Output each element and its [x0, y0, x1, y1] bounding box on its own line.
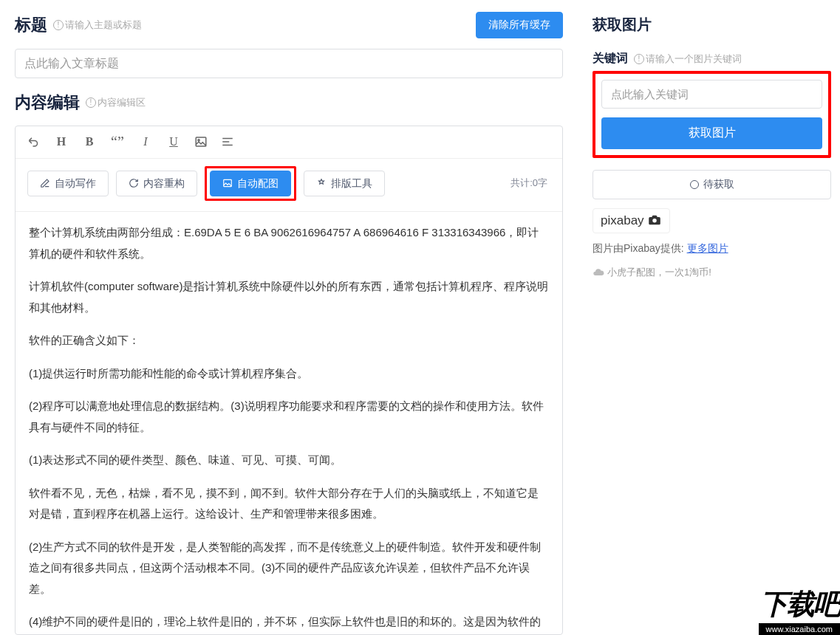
keyword-input[interactable] — [601, 80, 822, 109]
clear-cache-button[interactable]: 清除所有缓存 — [476, 12, 563, 38]
formatting-toolbar: H B “” I U — [16, 126, 562, 159]
highlight-keyword-box: 获取图片 — [593, 71, 831, 158]
layout-tool-button[interactable]: 排版工具 — [304, 171, 385, 197]
keyword-label: 关键词 ! 请输入一个图片关键词 — [593, 51, 831, 66]
action-toolbar: 自动写作 内容重构 自动配图 — [16, 159, 562, 213]
info-icon: ! — [53, 20, 64, 30]
editor-container: H B “” I U 自动写作 — [15, 126, 563, 635]
paragraph: (1)提供运行时所需功能和性能的命令或计算机程序集合。 — [29, 363, 549, 385]
sidebar-column: 获取图片 关键词 ! 请输入一个图片关键词 获取图片 待获取 pixabay — [578, 0, 840, 635]
pencil-icon — [40, 178, 50, 188]
info-icon: ! — [86, 97, 96, 108]
refresh-icon — [129, 178, 139, 188]
get-image-button[interactable]: 获取图片 — [601, 117, 822, 149]
keyword-hint: ! 请输入一个图片关键词 — [634, 52, 742, 66]
italic-icon[interactable]: I — [138, 135, 153, 148]
cloud-icon — [593, 267, 604, 278]
paragraph: 软件看不见，无色，枯燥，看不见，摸不到，闻不到。软件大部分存在于人们的头脑或纸上… — [29, 483, 549, 525]
paragraph: 整个计算机系统由两部分组成：E.69DA 5 E 6 BA 9062616964… — [29, 222, 549, 264]
paragraph: 软件的正确含义如下： — [29, 330, 549, 351]
paragraph: (2)程序可以满意地处理信息的数据结构。(3)说明程序功能要求和程序需要的文档的… — [29, 396, 549, 438]
pixabay-card: pixabay — [593, 208, 670, 233]
tip-line: 小虎子配图，一次1淘币! — [593, 266, 831, 279]
paragraph: 计算机软件(computer software)是指计算机系统中除硬件以外的所有… — [29, 276, 549, 318]
word-count: 共计:0字 — [511, 176, 550, 190]
tool-icon — [316, 178, 327, 188]
title-hint: ! 请输入主题或标题 — [53, 18, 142, 32]
align-icon[interactable] — [221, 135, 234, 148]
undo-icon[interactable] — [27, 135, 41, 148]
auto-image-button[interactable]: 自动配图 — [210, 171, 291, 197]
camera-icon — [647, 215, 662, 227]
pending-status: 待获取 — [593, 170, 831, 199]
highlight-auto-image: 自动配图 — [205, 166, 296, 202]
image-icon[interactable] — [194, 135, 208, 148]
provider-line: 图片由Pixabay提供: 更多图片 — [593, 242, 831, 255]
quote-icon[interactable]: “” — [110, 134, 125, 151]
title-label: 标题 ! 请输入主题或标题 — [15, 14, 142, 36]
article-title-input[interactable] — [15, 49, 563, 78]
info-icon: ! — [634, 54, 644, 64]
paragraph: (4)维护不同的硬件是旧的，理论上软件是旧的，并不坏，但实际上软件也是旧的和坏的… — [29, 611, 549, 634]
watermark: 下载吧 www.xiazaiba.com — [759, 586, 840, 635]
get-image-title: 获取图片 — [593, 15, 831, 35]
circle-icon — [690, 180, 699, 189]
bold-icon[interactable]: B — [82, 135, 97, 148]
picture-icon — [222, 178, 233, 188]
more-images-link[interactable]: 更多图片 — [687, 242, 728, 254]
content-edit-hint: ! 内容编辑区 — [86, 96, 146, 109]
title-section-header: 标题 ! 请输入主题或标题 清除所有缓存 — [15, 12, 563, 38]
content-edit-label: 内容编辑 ! 内容编辑区 — [15, 92, 563, 114]
svg-point-6 — [652, 219, 656, 222]
restructure-button[interactable]: 内容重构 — [116, 171, 197, 197]
svg-point-1 — [198, 140, 199, 141]
pixabay-logo: pixabay — [601, 213, 662, 228]
auto-write-button[interactable]: 自动写作 — [27, 171, 109, 197]
paragraph: (2)生产方式不同的软件是开发，是人类智能的高发挥，而不是传统意义上的硬件制造。… — [29, 537, 549, 600]
paragraph: (1)表达形式不同的硬件类型、颜色、味道、可见、可摸、可闻。 — [29, 450, 549, 471]
heading-icon[interactable]: H — [54, 135, 69, 148]
main-column: 标题 ! 请输入主题或标题 清除所有缓存 内容编辑 ! 内容编辑区 H — [0, 0, 578, 635]
underline-icon[interactable]: U — [166, 135, 181, 148]
editor-body[interactable]: 整个计算机系统由两部分组成：E.69DA 5 E 6 BA 9062616964… — [16, 212, 562, 634]
